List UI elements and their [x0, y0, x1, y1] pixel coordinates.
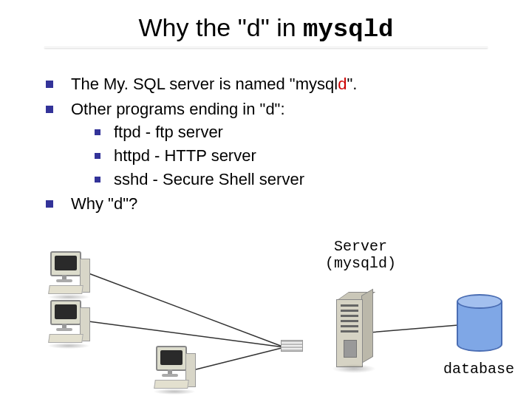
- server-side: [361, 289, 373, 364]
- server-label-mono: mysqld: [334, 255, 387, 272]
- db-bottom: [457, 337, 502, 352]
- title-text-mono: mysqld: [303, 16, 393, 44]
- bullet-3-text: Why "d"?: [71, 194, 137, 213]
- monitor-base: [56, 328, 72, 331]
- svg-line-0: [89, 273, 284, 347]
- monitor-icon: [156, 346, 187, 371]
- monitor-icon: [50, 300, 81, 325]
- sub-bullet-2: httpd - HTTP server: [86, 145, 502, 167]
- slide: Why the "d" in mysqld The My. SQL server…: [0, 0, 532, 399]
- bullet-1-post: ".: [347, 75, 357, 93]
- shadow: [332, 364, 376, 373]
- bullet-1-pre: The My. SQL server is named "mysql: [71, 75, 338, 93]
- paren-close: ): [387, 255, 396, 272]
- paren-open: (: [325, 255, 334, 272]
- db-top: [457, 294, 502, 309]
- svg-line-1: [89, 321, 284, 347]
- sub-bullet-list: ftpd - ftp server httpd - HTTP server ss…: [86, 121, 502, 190]
- rack-unit-icon: [281, 340, 303, 352]
- server-label-line1: Server: [325, 238, 396, 255]
- shadow: [153, 389, 196, 395]
- shadow: [47, 343, 90, 349]
- sub-bullet-3-text: sshd - Secure Shell server: [114, 170, 304, 188]
- keyboard-icon: [48, 285, 83, 294]
- shadow: [47, 294, 90, 300]
- keyboard-icon: [48, 334, 83, 343]
- bullet-1-red-d: d: [338, 75, 347, 93]
- server-label: Server (mysqld): [325, 238, 396, 272]
- bullet-2-text: Other programs ending in "d":: [71, 100, 285, 118]
- svg-line-2: [196, 347, 284, 369]
- title-text-prefix: Why the "d" in: [139, 13, 304, 41]
- client-computer-icon: [151, 346, 196, 395]
- monitor-icon: [50, 251, 81, 276]
- bullet-list: The My. SQL server is named "mysqld". Ot…: [37, 73, 502, 215]
- keyboard-icon: [154, 380, 189, 389]
- server-front: [336, 299, 363, 367]
- client-computer-icon: [46, 251, 90, 300]
- sub-bullet-1-text: ftpd - ftp server: [114, 123, 223, 141]
- sub-bullet-3: sshd - Secure Shell server: [86, 168, 502, 191]
- svg-line-3: [369, 325, 458, 332]
- server-tower-icon: [336, 299, 372, 373]
- server-label-line2: (mysqld): [325, 255, 396, 272]
- monitor-base: [162, 374, 178, 377]
- bullet-1: The My. SQL server is named "mysqld".: [37, 73, 502, 95]
- bullet-2: Other programs ending in "d": ftpd - ftp…: [37, 98, 502, 191]
- database-cylinder-icon: [457, 294, 502, 352]
- sub-bullet-1: ftpd - ftp server: [86, 121, 502, 143]
- bullet-3: Why "d"?: [37, 193, 502, 215]
- client-computer-icon: [46, 300, 90, 349]
- diagram: Server (mysqld) database: [0, 229, 532, 399]
- slide-title: Why the "d" in mysqld: [0, 0, 532, 44]
- sub-bullet-2-text: httpd - HTTP server: [114, 146, 256, 165]
- database-label: database: [443, 361, 514, 378]
- monitor-base: [56, 279, 72, 282]
- slide-body: The My. SQL server is named "mysqld". Ot…: [0, 48, 532, 215]
